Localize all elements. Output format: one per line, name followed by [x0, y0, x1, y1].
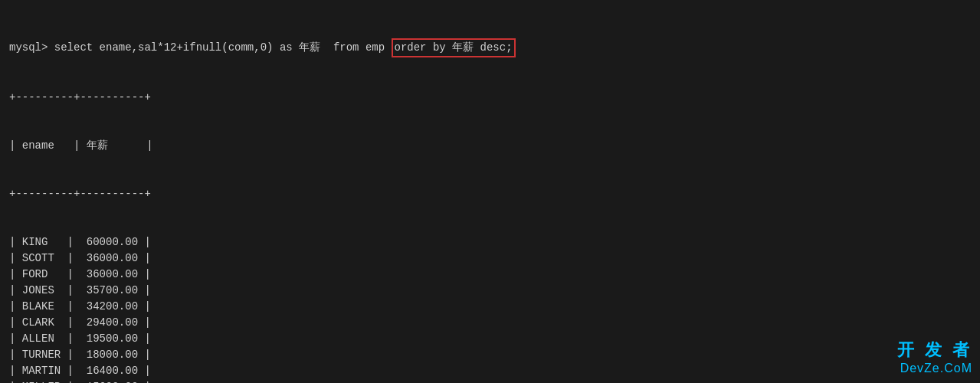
- mysql-prompt: mysql>: [9, 40, 54, 56]
- table-row: | SCOTT | 36000.00 |: [9, 250, 971, 267]
- watermark-line2: DevZe.CoM: [897, 362, 972, 375]
- table-row: | ALLEN | 19500.00 |: [9, 331, 971, 347]
- highlighted-order-clause: order by 年薪 desc;: [392, 38, 516, 57]
- query-part2: 年薪 from emp: [293, 40, 392, 56]
- terminal-window: mysql> select ename,sal*12+ifnull(comm,0…: [0, 0, 980, 383]
- table-body: | KING | 60000.00 || SCOTT | 36000.00 ||…: [9, 234, 971, 383]
- watermark-line1: 开 发 者: [897, 339, 972, 362]
- query-as: as: [280, 40, 293, 56]
- table-row: | TURNER | 18000.00 |: [9, 347, 971, 363]
- table-row: | MARTIN | 16400.00 |: [9, 363, 971, 379]
- table-row: | JONES | 35700.00 |: [9, 283, 971, 299]
- query-line: mysql> select ename,sal*12+ifnull(comm,0…: [9, 38, 971, 57]
- table-row: | FORD | 36000.00 |: [9, 267, 971, 283]
- table-header: | ename | 年薪 |: [9, 138, 971, 154]
- table-row: | MILLER | 15600.00 |: [9, 379, 971, 383]
- table-row: | KING | 60000.00 |: [9, 234, 971, 250]
- query-part1: select ename,sal*12+ifnull(comm,0): [54, 40, 280, 56]
- table-row: | CLARK | 29400.00 |: [9, 315, 971, 331]
- header-separator: +---------+----------+: [9, 186, 971, 202]
- top-separator: +---------+----------+: [9, 90, 971, 106]
- watermark: 开 发 者 DevZe.CoM: [897, 339, 972, 375]
- table-row: | BLAKE | 34200.00 |: [9, 299, 971, 315]
